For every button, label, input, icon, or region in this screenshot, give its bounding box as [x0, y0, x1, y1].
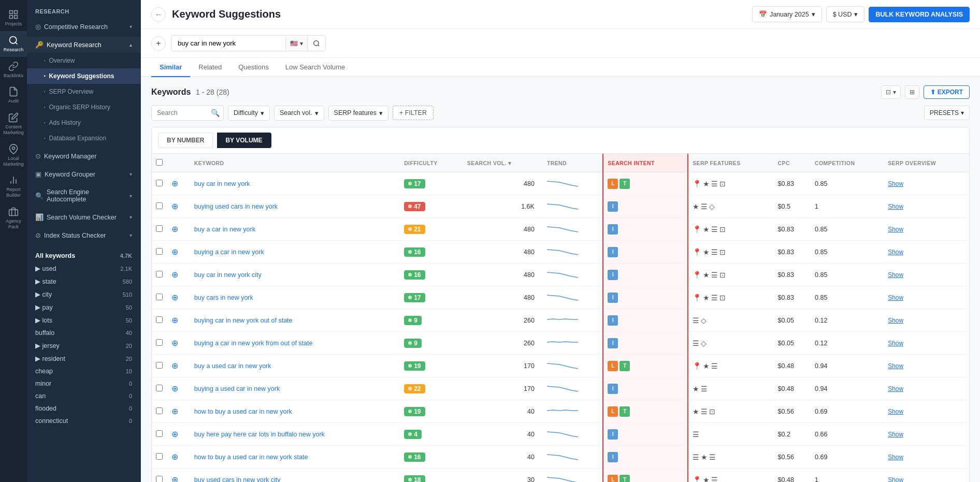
show-serp-link[interactable]: Show — [888, 431, 903, 438]
add-row-icon[interactable]: ⊕ — [171, 452, 178, 461]
keyword-link[interactable]: how to buy a used car in new york state — [194, 454, 308, 461]
add-row-icon[interactable]: ⊕ — [171, 247, 178, 256]
show-serp-link[interactable]: Show — [888, 454, 903, 461]
add-filter-button[interactable]: + FILTER — [393, 106, 434, 120]
add-row-icon[interactable]: ⊕ — [171, 430, 178, 439]
keyword-link[interactable]: buying a car in new york from out of sta… — [194, 340, 313, 347]
th-search-vol[interactable]: SEARCH VOL. ▾ — [463, 154, 543, 172]
keyword-link[interactable]: buy car in new york — [194, 180, 250, 187]
add-row-icon[interactable]: ⊕ — [171, 361, 178, 370]
keyword-link[interactable]: buy here pay here car lots in buffalo ne… — [194, 431, 325, 438]
add-row-icon[interactable]: ⊕ — [171, 316, 178, 325]
keyword-group-flooded[interactable]: flooded 0 — [27, 402, 140, 415]
th-keyword[interactable]: KEYWORD — [190, 154, 400, 172]
nav-item-keyword-manager[interactable]: ⊙ Keyword Manager — [27, 148, 140, 164]
row-checkbox-0[interactable] — [156, 180, 163, 186]
keyword-group-used[interactable]: ▶ used 2.1K — [27, 262, 140, 275]
nav-sub-serp-overview[interactable]: SERP Overview — [27, 84, 140, 99]
keyword-group-jersey[interactable]: ▶ jersey 20 — [27, 339, 140, 352]
country-selector[interactable]: 🇺🇸 ▾ — [285, 37, 307, 50]
keyword-search-input[interactable] — [171, 36, 285, 51]
sidebar-item-backlinks[interactable]: Backlinks — [0, 57, 27, 83]
keyword-group-can[interactable]: can 0 — [27, 390, 140, 402]
add-row-icon[interactable]: ⊕ — [171, 384, 178, 393]
nav-sub-organic-serp[interactable]: Organic SERP History — [27, 99, 140, 115]
date-picker-button[interactable]: 📅 January 2025 ▾ — [752, 6, 822, 22]
sidebar-item-research[interactable]: Research — [0, 31, 27, 57]
show-serp-link[interactable]: Show — [888, 476, 903, 483]
tab-similar[interactable]: Similar — [151, 58, 190, 77]
keyword-group-buffalo[interactable]: buffalo 40 — [27, 327, 140, 339]
row-checkbox-5[interactable] — [156, 294, 163, 300]
row-checkbox-10[interactable] — [156, 407, 163, 414]
show-serp-link[interactable]: Show — [888, 203, 903, 210]
keyword-link[interactable]: buy used cars in new york city — [194, 476, 281, 483]
keyword-group-all[interactable]: All keywords 4.7K — [27, 250, 140, 262]
add-row-icon[interactable]: ⊕ — [171, 202, 178, 211]
add-row-icon[interactable]: ⊕ — [171, 225, 178, 233]
keyword-link[interactable]: buy car in new york city — [194, 271, 262, 279]
row-checkbox-8[interactable] — [156, 362, 163, 369]
add-button[interactable]: + — [151, 36, 166, 51]
sidebar-item-audit[interactable]: Audit — [0, 82, 27, 108]
by-number-button[interactable]: BY NUMBER — [158, 133, 213, 148]
nav-item-autocomplete[interactable]: 🔍 Search Engine Autocomplete ▾ — [27, 184, 140, 207]
search-button[interactable] — [307, 36, 325, 51]
show-serp-link[interactable]: Show — [888, 385, 903, 392]
sidebar-item-report[interactable]: Report Builder — [0, 171, 27, 202]
row-checkbox-1[interactable] — [156, 202, 163, 209]
currency-button[interactable]: $ USD ▾ — [826, 6, 865, 22]
sidebar-item-content[interactable]: Content Marketing — [0, 108, 27, 140]
keyword-link[interactable]: buy a car in new york — [194, 226, 255, 233]
nav-sub-keyword-suggestions[interactable]: Keyword Suggestions — [27, 68, 140, 84]
keyword-group-resident[interactable]: ▶ resident 20 — [27, 352, 140, 365]
serp-features-filter[interactable]: SERP features ▾ — [328, 106, 388, 121]
th-difficulty[interactable]: DIFFICULTY — [400, 154, 463, 172]
row-checkbox-9[interactable] — [156, 385, 163, 391]
add-row-icon[interactable]: ⊕ — [171, 407, 178, 416]
show-serp-link[interactable]: Show — [888, 294, 903, 301]
keyword-link[interactable]: buying a car in new york — [194, 249, 264, 256]
add-row-icon[interactable]: ⊕ — [171, 293, 178, 302]
row-checkbox-7[interactable] — [156, 339, 163, 346]
sidebar-item-local[interactable]: Local Marketing — [0, 140, 27, 171]
search-vol-filter[interactable]: Search vol. ▾ — [274, 106, 324, 121]
sidebar-item-agency[interactable]: Agency Pack — [0, 202, 27, 234]
nav-item-competitive[interactable]: ◎ Competitive Research ▾ — [27, 19, 140, 35]
by-volume-button[interactable]: BY VOLUME — [217, 133, 271, 148]
add-row-icon[interactable]: ⊕ — [171, 475, 178, 482]
keyword-group-connecticut[interactable]: connecticut 0 — [27, 415, 140, 427]
back-button[interactable]: ← — [151, 7, 166, 22]
difficulty-filter[interactable]: Difficulty ▾ — [228, 106, 270, 121]
show-serp-link[interactable]: Show — [888, 340, 903, 347]
select-all-checkbox[interactable] — [156, 159, 163, 166]
show-serp-link[interactable]: Show — [888, 226, 903, 233]
export-button[interactable]: ⬆ EXPORT — [924, 85, 970, 99]
keyword-group-city[interactable]: ▶ city 510 — [27, 288, 140, 301]
show-serp-link[interactable]: Show — [888, 408, 903, 415]
row-checkbox-11[interactable] — [156, 430, 163, 437]
keyword-link[interactable]: how to buy a used car in new york — [194, 408, 292, 415]
tab-related[interactable]: Related — [190, 58, 230, 77]
row-checkbox-6[interactable] — [156, 316, 163, 323]
sidebar-item-projects[interactable]: Projects — [0, 5, 27, 31]
th-cpc[interactable]: CPC — [774, 154, 811, 172]
show-serp-link[interactable]: Show — [888, 317, 903, 324]
row-checkbox-13[interactable] — [156, 476, 163, 483]
keyword-group-state[interactable]: ▶ state 580 — [27, 275, 140, 288]
grid-view-button[interactable]: ⊞ — [905, 85, 919, 99]
row-checkbox-3[interactable] — [156, 248, 163, 255]
nav-sub-database[interactable]: Database Expansion — [27, 130, 140, 146]
keyword-group-lots[interactable]: ▶ lots 50 — [27, 314, 140, 327]
keyword-group-cheap[interactable]: cheap 10 — [27, 365, 140, 377]
add-row-icon[interactable]: ⊕ — [171, 179, 178, 188]
show-serp-link[interactable]: Show — [888, 362, 903, 370]
tab-questions[interactable]: Questions — [230, 58, 277, 77]
keyword-link[interactable]: buy cars in new york — [194, 294, 253, 301]
keyword-link[interactable]: buying a used car in new york — [194, 385, 280, 392]
keyword-link[interactable]: buy a used car in new york — [194, 362, 271, 370]
nav-sub-overview[interactable]: Overview — [27, 53, 140, 68]
keyword-link[interactable]: buying car in new york out of state — [194, 317, 293, 324]
row-checkbox-2[interactable] — [156, 225, 163, 232]
nav-item-keyword-research[interactable]: 🔑 Keyword Research ▴ — [27, 37, 140, 53]
